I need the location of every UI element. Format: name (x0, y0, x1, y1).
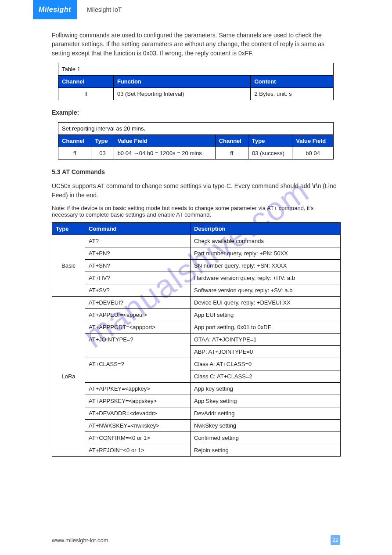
table-row: AT+PN?Part number query, reply: +PN: 50X… (52, 247, 341, 260)
table-row: AT+SV?Software version query, reply: +SV… (52, 284, 341, 297)
table-row: AT+HV?Hardware version query, reply: +HV… (52, 272, 341, 284)
logo-tab: Milesight (33, 0, 77, 19)
brand-subtitle: Milesight IoT (87, 6, 122, 13)
table-row: AT+APPSKEY=<appskey>App Skey setting (52, 395, 341, 407)
table-row: ff 03 (Set Reporting Interval) 2 Bytes, … (58, 87, 334, 100)
table-row: AT+SN?SN number query, reply: +SN: XXXX (52, 260, 341, 272)
table-row: Basic AT? Check available commands (52, 235, 341, 247)
note-text: Note: if the device is on basic setting … (52, 205, 341, 218)
footer-page-number: 22 (331, 535, 340, 545)
section-title: AT Commands (62, 168, 105, 175)
example-heading: Example: (52, 108, 341, 117)
table1-caption: Table 1 (58, 63, 334, 75)
table-at-commands: Type Command Description Basic AT? Check… (52, 222, 341, 457)
table2-caption: Set reporting interval as 20 mins. (58, 123, 334, 135)
t1-h-channel: Channel (58, 75, 114, 87)
table-row: AT+APPEUI=<appeui>App EUI setting (52, 309, 341, 321)
table-row: AT+APPKEY=<appkey>App key setting (52, 383, 341, 395)
at-paragraph: UC50x supports AT command to change some… (52, 181, 341, 200)
table-row: ff 03 b0 04 →04 b0 = 1200s = 20 mins ff … (58, 147, 334, 160)
table-row: AT+CONFIRM=<0 or 1>Confirmed setting (52, 432, 341, 444)
table-row: AT+CLASS=?Class A: AT+CLASS=0 (52, 358, 341, 370)
t1-h-content: Content (251, 75, 334, 87)
page-content: Following commands are used to configure… (52, 31, 341, 464)
table-row: AT+REJOIN=<0 or 1>Rejoin setting (52, 444, 341, 457)
table-downlink: Table 1 Channel Function Content ff 03 (… (58, 63, 334, 100)
footer-url: www.milesight-iot.com (52, 537, 108, 544)
section-heading: 5.3 AT Commands (52, 167, 341, 176)
table-row: LoRa AT+DEVEUI? Device EUI query, reply:… (52, 297, 341, 309)
table-row: AT+APPPORT=<appport>App port setting, 0x… (52, 321, 341, 334)
t1-h-function: Function (113, 75, 250, 87)
section-number: 5.3 (52, 168, 60, 175)
table-row: AT+NWKSKEY=<nwkskey>NwkSkey setting (52, 420, 341, 432)
logo-text: Milesight (39, 6, 71, 14)
table-example: Set reporting interval as 20 mins. Chann… (58, 122, 334, 160)
table-row: AT+DEVADDR=<devaddr>DevAddr setting (52, 407, 341, 420)
intro-paragraph: Following commands are used to configure… (52, 31, 341, 58)
table-row: AT+JOINTYPE=?OTAA: AT+JOINTYPE=1 (52, 334, 341, 346)
